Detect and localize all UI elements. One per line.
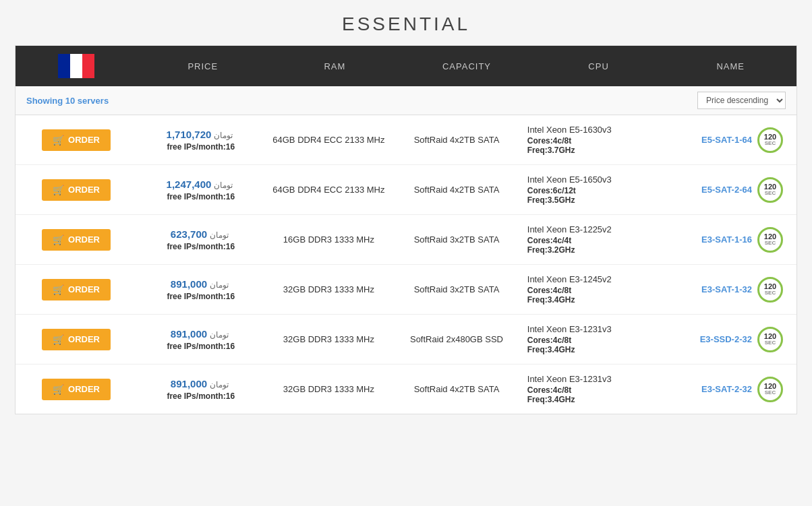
ram-value: 64GB DDR4 ECC 2133 MHz [265, 185, 393, 195]
cpu-model: Intel Xeon E5-1650v3 [527, 175, 656, 185]
cpu-col: Intel Xeon E3-1231v3 Cores:4c/8t Freq:3.… [521, 374, 656, 404]
table-row: 🛒 ORDER تومان 891,000 free IPs/month:16 … [16, 365, 796, 414]
flag-white [70, 54, 82, 78]
capacity-value: SoftRaid 3x2TB SATA [393, 234, 521, 245]
freq-value: 3.4GHz [548, 395, 575, 404]
cores-value: 6c/12t [553, 186, 576, 195]
freq-label: Freq: [527, 345, 548, 354]
server-name-link[interactable]: E3-SAT-2-32 [701, 384, 752, 394]
flag-blue [58, 54, 70, 78]
order-col: 🛒 ORDER [16, 379, 137, 400]
cpu-col: Intel Xeon E5-1650v3 Cores:6c/12t Freq:3… [521, 175, 656, 205]
price-col: تومان 891,000 free IPs/month:16 [137, 278, 265, 301]
order-button[interactable]: 🛒 ORDER [42, 279, 111, 301]
freq-label: Freq: [527, 195, 548, 205]
price-amount: 1,710,720 [167, 129, 212, 140]
cpu-col: Intel Xeon E3-1225v2 Cores:4c/4t Freq:3.… [521, 224, 656, 255]
price-display: تومان 891,000 [137, 378, 265, 389]
ram-value: 32GB DDR3 1333 MHz [265, 284, 393, 294]
server-name-link[interactable]: E3-SSD-2-32 [700, 334, 752, 344]
flag-red [82, 54, 94, 78]
capacity-value: SoftRaid 4x2TB SATA [393, 185, 521, 195]
price-amount: 1,247,400 [167, 179, 212, 190]
order-button[interactable]: 🛒 ORDER [42, 179, 111, 201]
server-name-link[interactable]: E3-SAT-1-16 [701, 234, 752, 245]
cores-label: Cores: [527, 236, 553, 245]
order-col: 🛒 ORDER [16, 329, 137, 350]
ram-value: 16GB DDR3 1333 MHz [265, 234, 393, 245]
header-cpu: CPU [533, 61, 665, 71]
capacity-value: SoftRaid 4x2TB SATA [393, 384, 521, 394]
free-ips-label: free IPs/month: [167, 342, 225, 351]
cores-value: 4c/8t [553, 286, 571, 295]
price-unit: تومان [210, 280, 229, 290]
free-ips-label: free IPs/month: [167, 292, 225, 301]
capacity-col: SoftRaid 4x2TB SATA [393, 135, 521, 145]
ram-col: 32GB DDR3 1333 MHz [265, 384, 393, 394]
table-row: 🛒 ORDER تومان 1,710,720 free IPs/month:1… [16, 115, 796, 165]
ram-col: 32GB DDR3 1333 MHz [265, 284, 393, 294]
order-label: ORDER [68, 234, 100, 245]
order-button[interactable]: 🛒 ORDER [42, 329, 111, 350]
header-name: NAME [664, 61, 796, 71]
free-ips: free IPs/month:16 [137, 292, 265, 301]
cpu-model: Intel Xeon E5-1630v3 [527, 125, 656, 135]
server-name-link[interactable]: E3-SAT-1-32 [701, 284, 752, 294]
cpu-col: Intel Xeon E5-1630v3 Cores:4c/8t Freq:3.… [521, 125, 656, 155]
price-unit: تومان [210, 330, 229, 340]
order-button[interactable]: 🛒 ORDER [42, 229, 111, 251]
speed-badge: 120 SEC [757, 327, 783, 352]
free-ips: free IPs/month:16 [137, 342, 265, 351]
name-col: E3-SAT-2-32 120 SEC [655, 377, 796, 402]
header-ram: RAM [269, 61, 401, 71]
cpu-cores: Cores:4c/8t [527, 136, 656, 146]
free-ips: free IPs/month:16 [137, 192, 265, 201]
cpu-freq: Freq:3.4GHz [527, 395, 656, 404]
price-col: تومان 1,710,720 free IPs/month:16 [137, 129, 265, 152]
price-display: تومان 891,000 [137, 328, 265, 340]
server-name-link[interactable]: E5-SAT-2-64 [701, 185, 752, 195]
order-button[interactable]: 🛒 ORDER [42, 129, 111, 151]
badge-sec: SEC [765, 290, 776, 296]
cpu-col: Intel Xeon E3-1231v3 Cores:4c/8t Freq:3.… [521, 324, 656, 354]
table-header: PRICE RAM CAPACITY CPU NAME [16, 46, 796, 86]
ram-col: 16GB DDR3 1333 MHz [265, 234, 393, 245]
server-list: 🛒 ORDER تومان 1,710,720 free IPs/month:1… [16, 115, 796, 414]
cpu-freq: Freq:3.2GHz [527, 245, 656, 255]
table-row: 🛒 ORDER تومان 891,000 free IPs/month:16 … [16, 265, 796, 315]
order-label: ORDER [68, 384, 100, 394]
showing-count: Showing 10 servers [26, 96, 697, 106]
price-col: تومان 1,247,400 free IPs/month:16 [137, 179, 265, 201]
order-col: 🛒 ORDER [16, 279, 137, 301]
french-flag [58, 54, 95, 78]
price-amount: 891,000 [171, 378, 207, 389]
price-col: تومان 891,000 free IPs/month:16 [137, 328, 265, 351]
freq-value: 3.7GHz [548, 146, 575, 155]
server-name-link[interactable]: E5-SAT-1-64 [701, 135, 752, 145]
order-label: ORDER [68, 334, 100, 344]
cores-value: 4c/8t [553, 336, 571, 345]
price-amount: 891,000 [171, 278, 207, 290]
capacity-col: SoftRaid 2x480GB SSD [393, 334, 521, 344]
cores-value: 4c/4t [553, 236, 571, 245]
cpu-cores: Cores:4c/8t [527, 385, 656, 395]
order-col: 🛒 ORDER [16, 229, 137, 251]
price-unit: تومان [210, 230, 229, 240]
free-ips-label: free IPs/month: [167, 391, 225, 401]
name-col: E3-SAT-1-16 120 SEC [655, 227, 796, 253]
freq-value: 3.4GHz [548, 345, 575, 354]
name-col: E3-SSD-2-32 120 SEC [655, 327, 796, 352]
cpu-cores: Cores:4c/8t [527, 336, 656, 345]
order-button[interactable]: 🛒 ORDER [42, 379, 111, 400]
capacity-value: SoftRaid 3x2TB SATA [393, 284, 521, 294]
flag-container [16, 54, 137, 78]
free-ips: free IPs/month:16 [137, 391, 265, 401]
sort-select[interactable]: Price descending [697, 92, 786, 109]
capacity-value: SoftRaid 2x480GB SSD [393, 334, 521, 344]
free-ips-value: 16 [226, 391, 235, 401]
cores-label: Cores: [527, 336, 553, 345]
cart-icon: 🛒 [53, 334, 64, 345]
cpu-freq: Freq:3.4GHz [527, 295, 656, 305]
free-ips: free IPs/month:16 [137, 242, 265, 251]
free-ips-value: 16 [226, 292, 235, 301]
